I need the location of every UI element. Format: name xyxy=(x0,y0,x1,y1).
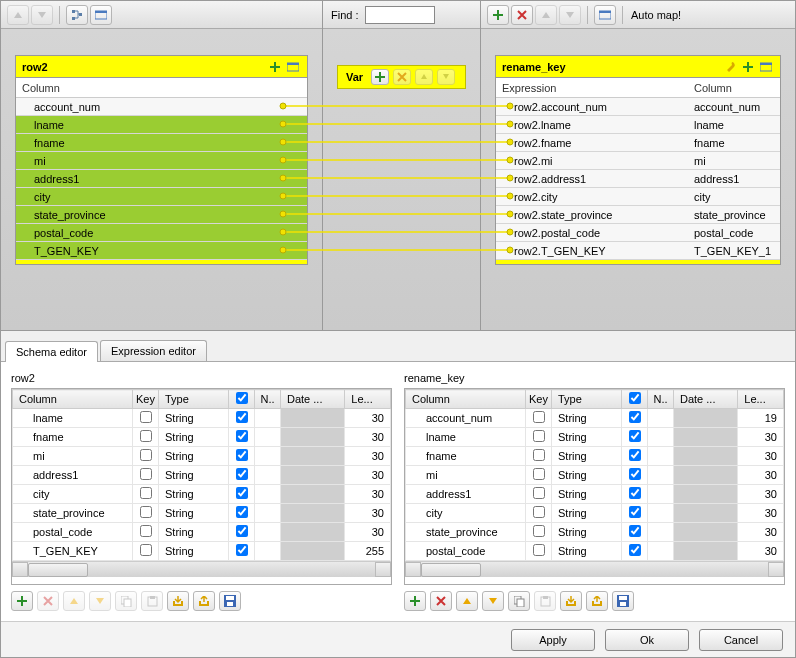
remove-icon[interactable] xyxy=(430,591,452,611)
source-row[interactable]: postal_code xyxy=(16,224,307,242)
cell-key[interactable] xyxy=(526,466,552,485)
source-row[interactable]: account_num xyxy=(16,98,307,116)
cell-key[interactable] xyxy=(526,447,552,466)
cell-n[interactable] xyxy=(229,409,255,428)
cell-key[interactable] xyxy=(526,523,552,542)
cell-n[interactable] xyxy=(622,466,648,485)
import-icon[interactable] xyxy=(560,591,582,611)
source-row[interactable]: city xyxy=(16,188,307,206)
col-column[interactable]: Column xyxy=(406,390,526,409)
paste-icon[interactable] xyxy=(534,591,556,611)
schema-row[interactable]: address1String30 xyxy=(406,485,784,504)
schema-row[interactable]: state_provinceString30 xyxy=(406,523,784,542)
cell-key[interactable] xyxy=(133,485,159,504)
import-icon[interactable] xyxy=(167,591,189,611)
move-down-icon[interactable] xyxy=(89,591,111,611)
arrow-up-icon[interactable] xyxy=(535,5,557,25)
col-n[interactable] xyxy=(229,390,255,409)
source-row[interactable]: lname xyxy=(16,116,307,134)
find-input[interactable] xyxy=(365,6,435,24)
tree-icon[interactable] xyxy=(66,5,88,25)
cell-n[interactable] xyxy=(229,542,255,561)
cell-n[interactable] xyxy=(622,523,648,542)
target-row[interactable]: row2.T_GEN_KEYT_GEN_KEY_1 xyxy=(496,242,780,260)
target-row[interactable]: row2.fnamefname xyxy=(496,134,780,152)
plus-icon[interactable] xyxy=(267,59,283,75)
ok-button[interactable]: Ok xyxy=(605,629,689,651)
arrow-up-icon[interactable] xyxy=(415,69,433,85)
col-type[interactable]: Type xyxy=(552,390,622,409)
move-up-icon[interactable] xyxy=(456,591,478,611)
cell-n[interactable] xyxy=(229,523,255,542)
schema-row[interactable]: postal_codeString30 xyxy=(406,542,784,561)
cell-key[interactable] xyxy=(526,428,552,447)
minimize-icon[interactable] xyxy=(90,5,112,25)
cell-key[interactable] xyxy=(526,485,552,504)
cell-n[interactable] xyxy=(229,485,255,504)
cell-n[interactable] xyxy=(229,447,255,466)
x-icon[interactable] xyxy=(511,5,533,25)
source-row[interactable]: address1 xyxy=(16,170,307,188)
remove-icon[interactable] xyxy=(37,591,59,611)
cell-key[interactable] xyxy=(526,409,552,428)
schema-row[interactable]: miString30 xyxy=(13,447,391,466)
move-down-icon[interactable] xyxy=(482,591,504,611)
target-row[interactable]: row2.state_provincestate_province xyxy=(496,206,780,224)
target-row[interactable]: row2.lnamelname xyxy=(496,116,780,134)
col-column[interactable]: Column xyxy=(13,390,133,409)
schema-row[interactable]: T_GEN_KEYString255 xyxy=(13,542,391,561)
target-row[interactable]: row2.address1address1 xyxy=(496,170,780,188)
plus-icon[interactable] xyxy=(740,59,756,75)
col-n-label[interactable]: N.. xyxy=(648,390,674,409)
cell-key[interactable] xyxy=(133,523,159,542)
automap-button[interactable]: Auto map! xyxy=(631,9,681,21)
copy-icon[interactable] xyxy=(508,591,530,611)
col-date[interactable]: Date ... xyxy=(281,390,345,409)
add-icon[interactable] xyxy=(11,591,33,611)
cell-key[interactable] xyxy=(133,542,159,561)
schema-row[interactable]: account_numString19 xyxy=(406,409,784,428)
col-n-label[interactable]: N.. xyxy=(255,390,281,409)
schema-row[interactable]: fnameString30 xyxy=(13,428,391,447)
cell-n[interactable] xyxy=(622,447,648,466)
cell-n[interactable] xyxy=(229,504,255,523)
arrow-down-icon[interactable] xyxy=(559,5,581,25)
minimize-icon[interactable] xyxy=(285,59,301,75)
move-up-icon[interactable] xyxy=(63,591,85,611)
col-type[interactable]: Type xyxy=(159,390,229,409)
cell-key[interactable] xyxy=(133,466,159,485)
col-n[interactable] xyxy=(622,390,648,409)
target-row[interactable]: row2.mimi xyxy=(496,152,780,170)
export-icon[interactable] xyxy=(193,591,215,611)
plus-icon[interactable] xyxy=(487,5,509,25)
cell-key[interactable] xyxy=(133,504,159,523)
source-row[interactable]: state_province xyxy=(16,206,307,224)
col-key[interactable]: Key xyxy=(526,390,552,409)
col-date[interactable]: Date ... xyxy=(674,390,738,409)
export-icon[interactable] xyxy=(586,591,608,611)
schema-row[interactable]: cityString30 xyxy=(13,485,391,504)
target-row[interactable]: row2.citycity xyxy=(496,188,780,206)
col-le[interactable]: Le... xyxy=(345,390,391,409)
add-icon[interactable] xyxy=(404,591,426,611)
cell-key[interactable] xyxy=(133,409,159,428)
target-row[interactable]: row2.account_numaccount_num xyxy=(496,98,780,116)
cell-n[interactable] xyxy=(622,485,648,504)
apply-button[interactable]: Apply xyxy=(511,629,595,651)
schema-row[interactable]: fnameString30 xyxy=(406,447,784,466)
cell-key[interactable] xyxy=(526,542,552,561)
cancel-button[interactable]: Cancel xyxy=(699,629,783,651)
schema-row[interactable]: cityString30 xyxy=(406,504,784,523)
wrench-icon[interactable] xyxy=(722,59,738,75)
col-key[interactable]: Key xyxy=(133,390,159,409)
schema-row[interactable]: state_provinceString30 xyxy=(13,504,391,523)
copy-icon[interactable] xyxy=(115,591,137,611)
horizontal-scrollbar[interactable] xyxy=(405,561,784,577)
col-le[interactable]: Le... xyxy=(738,390,784,409)
arrow-up-icon[interactable] xyxy=(7,5,29,25)
x-icon[interactable] xyxy=(393,69,411,85)
minimize-icon[interactable] xyxy=(758,59,774,75)
schema-row[interactable]: lnameString30 xyxy=(13,409,391,428)
source-row[interactable]: mi xyxy=(16,152,307,170)
cell-n[interactable] xyxy=(229,466,255,485)
